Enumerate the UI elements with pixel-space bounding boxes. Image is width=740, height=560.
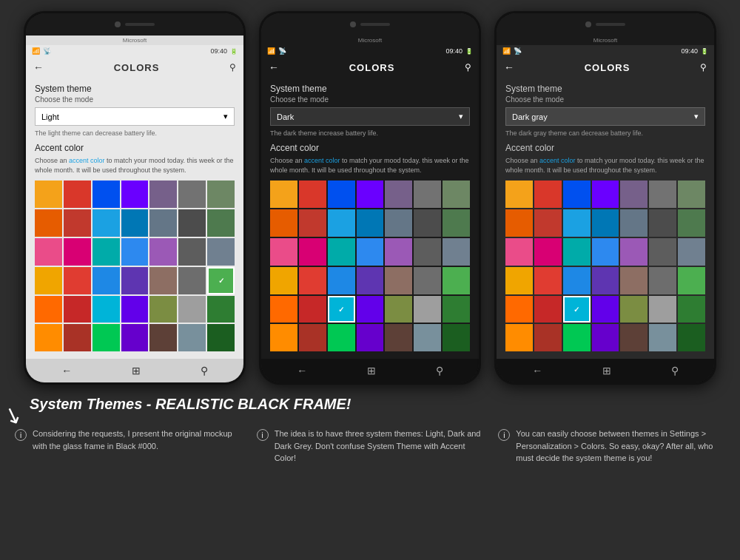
color-cell-1-24[interactable]	[357, 267, 384, 294]
theme-dropdown-darkgray[interactable]: Dark gray ▾	[505, 107, 705, 126]
color-cell-0-35[interactable]	[35, 324, 62, 351]
color-cell-2-22[interactable]	[534, 267, 562, 294]
color-cell-1-31[interactable]	[357, 296, 384, 323]
color-cell-2-30[interactable]: ✓	[563, 296, 591, 323]
color-cell-1-15[interactable]	[299, 238, 326, 266]
bottom-back-light[interactable]: ←	[61, 365, 72, 377]
color-cell-0-19[interactable]	[178, 238, 206, 266]
color-cell-1-33[interactable]	[414, 296, 441, 323]
color-cell-1-41[interactable]	[443, 324, 470, 351]
color-cell-1-8[interactable]	[299, 209, 326, 237]
color-cell-0-18[interactable]	[149, 238, 177, 266]
color-cell-1-21[interactable]	[270, 267, 297, 294]
color-cell-2-16[interactable]	[563, 238, 591, 266]
bottom-search-darkgray[interactable]: ⚲	[671, 365, 679, 377]
color-cell-0-8[interactable]	[64, 209, 91, 237]
color-cell-1-13[interactable]	[443, 209, 470, 237]
color-cell-2-41[interactable]	[678, 324, 705, 351]
color-cell-1-40[interactable]	[414, 324, 441, 351]
color-cell-0-30[interactable]	[92, 296, 120, 323]
back-btn-light[interactable]: ←	[33, 61, 44, 73]
color-cell-2-5[interactable]	[649, 181, 676, 208]
color-cell-1-20[interactable]	[443, 238, 470, 266]
color-cell-0-31[interactable]	[121, 296, 149, 323]
color-cell-2-10[interactable]	[592, 209, 619, 237]
color-cell-1-6[interactable]	[443, 181, 470, 208]
color-cell-2-14[interactable]	[505, 238, 533, 266]
color-cell-0-5[interactable]	[178, 181, 206, 208]
color-cell-0-24[interactable]	[121, 267, 149, 294]
color-cell-1-26[interactable]	[414, 267, 441, 294]
bottom-home-light[interactable]: ⊞	[132, 365, 141, 377]
color-cell-1-22[interactable]	[299, 267, 326, 294]
color-cell-2-9[interactable]	[563, 209, 591, 237]
color-cell-0-17[interactable]	[121, 238, 149, 266]
color-cell-0-1[interactable]	[64, 181, 91, 208]
color-cell-1-25[interactable]	[385, 267, 412, 294]
back-btn-darkgray[interactable]: ←	[504, 61, 514, 73]
color-cell-2-38[interactable]	[592, 324, 619, 351]
color-cell-1-1[interactable]	[299, 181, 326, 208]
color-cell-0-27[interactable]: ✓	[207, 267, 235, 294]
color-cell-2-4[interactable]	[620, 181, 648, 208]
color-cell-0-21[interactable]	[35, 267, 62, 294]
color-cell-1-4[interactable]	[385, 181, 412, 208]
color-cell-0-16[interactable]	[92, 238, 120, 266]
theme-dropdown-dark[interactable]: Dark ▾	[270, 107, 470, 126]
color-cell-2-2[interactable]	[563, 181, 591, 208]
color-cell-2-29[interactable]	[534, 296, 562, 323]
theme-dropdown-light[interactable]: Light ▾	[35, 107, 235, 126]
color-cell-2-17[interactable]	[592, 238, 619, 266]
color-cell-1-19[interactable]	[414, 238, 441, 266]
color-cell-1-32[interactable]	[385, 296, 412, 323]
color-cell-1-39[interactable]	[385, 324, 412, 351]
color-cell-1-30[interactable]: ✓	[328, 296, 355, 323]
color-cell-2-24[interactable]	[592, 267, 619, 294]
color-cell-1-28[interactable]	[270, 296, 297, 323]
color-cell-2-23[interactable]	[563, 267, 591, 294]
color-cell-2-12[interactable]	[649, 209, 676, 237]
color-cell-0-10[interactable]	[121, 209, 149, 237]
color-cell-2-18[interactable]	[620, 238, 648, 266]
color-cell-2-26[interactable]	[649, 267, 676, 294]
color-cell-1-7[interactable]	[270, 209, 297, 237]
color-cell-1-23[interactable]	[328, 267, 355, 294]
color-cell-2-7[interactable]	[505, 209, 533, 237]
color-cell-2-6[interactable]	[678, 181, 705, 208]
color-cell-2-0[interactable]	[505, 181, 533, 208]
color-cell-1-34[interactable]	[443, 296, 470, 323]
color-cell-0-41[interactable]	[207, 324, 235, 351]
color-cell-2-21[interactable]	[505, 267, 533, 294]
color-cell-2-32[interactable]	[620, 296, 648, 323]
color-cell-0-25[interactable]	[149, 267, 177, 294]
color-cell-1-17[interactable]	[357, 238, 384, 266]
color-cell-1-27[interactable]	[443, 267, 470, 294]
search-btn-light[interactable]: ⚲	[229, 62, 236, 72]
color-cell-2-25[interactable]	[620, 267, 648, 294]
color-cell-1-0[interactable]	[270, 181, 297, 208]
color-cell-1-11[interactable]	[385, 209, 412, 237]
color-cell-2-36[interactable]	[534, 324, 562, 351]
color-cell-1-14[interactable]	[270, 238, 297, 266]
color-cell-1-2[interactable]	[328, 181, 355, 208]
color-cell-2-8[interactable]	[534, 209, 562, 237]
color-cell-0-36[interactable]	[64, 324, 91, 351]
color-cell-0-34[interactable]	[207, 296, 235, 323]
bottom-search-dark[interactable]: ⚲	[436, 365, 443, 377]
bottom-search-light[interactable]: ⚲	[201, 365, 208, 377]
back-btn-dark[interactable]: ←	[269, 61, 279, 73]
color-cell-0-20[interactable]	[207, 238, 235, 266]
color-cell-0-14[interactable]	[35, 238, 62, 266]
color-cell-0-26[interactable]	[178, 267, 206, 294]
color-cell-0-32[interactable]	[149, 296, 177, 323]
color-cell-0-28[interactable]	[35, 296, 62, 323]
color-cell-0-9[interactable]	[92, 209, 120, 237]
color-cell-2-33[interactable]	[649, 296, 676, 323]
color-cell-2-20[interactable]	[678, 238, 705, 266]
color-cell-1-29[interactable]	[299, 296, 326, 323]
color-cell-1-35[interactable]	[270, 324, 297, 351]
color-cell-1-10[interactable]	[357, 209, 384, 237]
color-cell-0-4[interactable]	[149, 181, 177, 208]
color-cell-0-37[interactable]	[92, 324, 120, 351]
color-cell-0-23[interactable]	[92, 267, 120, 294]
